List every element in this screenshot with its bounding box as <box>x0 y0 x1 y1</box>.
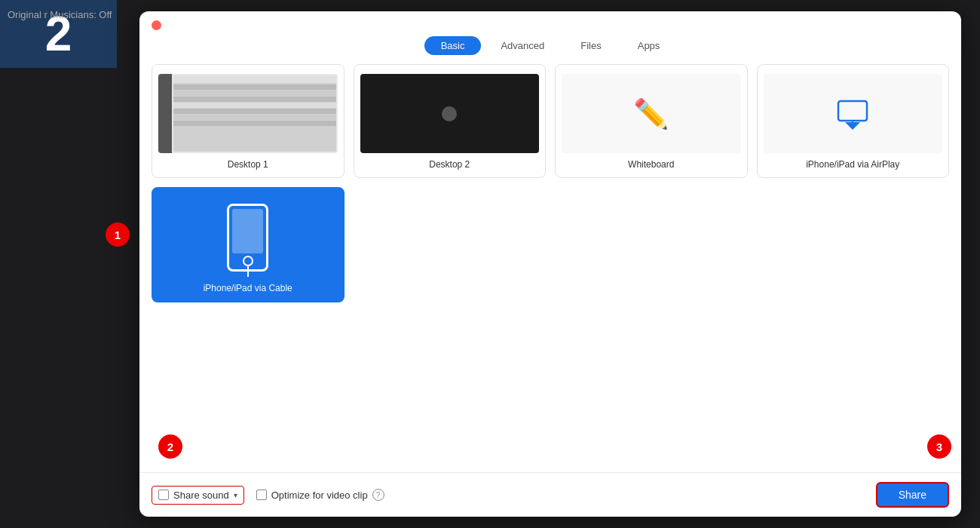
optimize-label: Optimize for video clip <box>271 490 368 501</box>
desktop2-thumbnail <box>360 74 540 153</box>
share-sound-checkbox[interactable] <box>158 490 169 500</box>
tab-apps[interactable]: Apps <box>621 36 677 55</box>
share-button[interactable]: Share <box>876 482 949 508</box>
share-item-airplay[interactable]: iPhone/iPad via AirPlay <box>757 64 950 178</box>
share-screen-modal: Basic Advanced Files Apps <box>139 11 961 517</box>
whiteboard-thumbnail: ✏️ <box>562 74 741 153</box>
whiteboard-icon: ✏️ <box>633 97 669 130</box>
airplay-icon <box>834 95 871 133</box>
share-item-desktop1[interactable]: Desktop 1 <box>152 64 345 178</box>
share-sound-control[interactable]: Share sound ▾ <box>152 486 244 505</box>
desktop2-label: Desktop 2 <box>429 159 470 170</box>
share-sound-label: Share sound <box>173 490 229 501</box>
desktop1-thumbnail <box>158 74 338 153</box>
optimize-control[interactable]: Optimize for video clip ? <box>256 489 384 501</box>
modal-titlebar <box>139 11 961 30</box>
svg-rect-0 <box>838 101 867 121</box>
svg-marker-1 <box>845 122 860 130</box>
tab-basic[interactable]: Basic <box>424 36 482 55</box>
optimize-checkbox[interactable] <box>256 490 267 500</box>
phone-cable <box>247 266 249 277</box>
cable-thumbnail <box>159 198 337 277</box>
desktop1-label: Desktop 1 <box>228 159 268 170</box>
share-item-cable[interactable]: iPhone/iPad via Cable <box>152 187 345 302</box>
annotation-badge-2: 2 <box>158 434 182 459</box>
close-button[interactable] <box>152 20 161 30</box>
phone-screen <box>232 209 263 253</box>
tab-files[interactable]: Files <box>564 36 617 55</box>
cable-label: iPhone/iPad via Cable <box>204 283 292 293</box>
phone-icon <box>227 204 268 272</box>
share-item-whiteboard[interactable]: ✏️ Whiteboard <box>555 64 748 178</box>
help-icon[interactable]: ? <box>372 489 384 501</box>
share-item-desktop2[interactable]: Desktop 2 <box>354 64 547 178</box>
phone-home-button <box>243 256 253 266</box>
annotation-badge-3: 3 <box>927 434 951 459</box>
tabs-bar: Basic Advanced Files Apps <box>139 30 961 64</box>
annotation-badge-1: 1 <box>106 223 130 247</box>
background-text: Original r Musicians: Off <box>8 9 112 20</box>
airplay-thumbnail <box>764 74 943 153</box>
bottom-left-controls: Share sound ▾ Optimize for video clip ? <box>152 486 384 505</box>
whiteboard-label: Whiteboard <box>628 159 674 170</box>
desktop2-dot <box>442 106 457 121</box>
airplay-label: iPhone/iPad via AirPlay <box>806 159 899 170</box>
share-options-grid: Desktop 1 Desktop 2 ✏️ Whiteboard <box>139 64 961 472</box>
tab-advanced[interactable]: Advanced <box>484 36 561 55</box>
bottom-bar: Share sound ▾ Optimize for video clip ? … <box>139 472 961 517</box>
share-sound-chevron[interactable]: ▾ <box>234 491 237 499</box>
